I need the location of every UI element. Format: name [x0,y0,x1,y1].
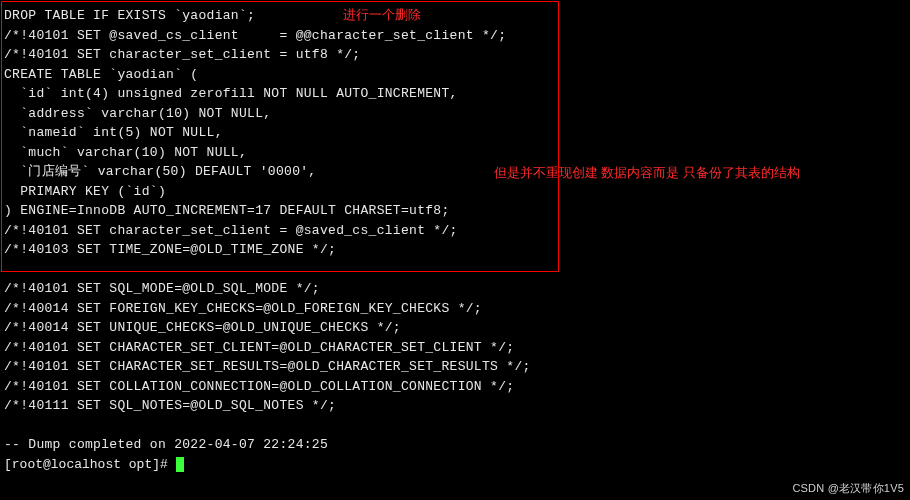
sql-line: /*!40101 SET CHARACTER_SET_CLIENT=@OLD_C… [4,338,910,358]
annotation-side: 但是并不重现创建 数据内容而是 只备份了其表的结构 [494,163,800,183]
shell-prompt[interactable]: [root@localhost opt]# [4,455,910,475]
sql-line: /*!40101 SET COLLATION_CONNECTION=@OLD_C… [4,377,910,397]
sql-line: -- Dump completed on 2022-04-07 22:24:25 [4,435,910,455]
annotation-top: 进行一个删除 [343,5,421,25]
sql-line: /*!40101 SET CHARACTER_SET_RESULTS=@OLD_… [4,357,910,377]
sql-line: `id` int(4) unsigned zerofill NOT NULL A… [4,84,910,104]
sql-line: `address` varchar(10) NOT NULL, [4,104,910,124]
sql-line: CREATE TABLE `yaodian` ( [4,65,910,85]
sql-line: /*!40101 SET character_set_client = @sav… [4,221,910,241]
sql-line: /*!40103 SET TIME_ZONE=@OLD_TIME_ZONE */… [4,240,910,260]
sql-line: /*!40101 SET @saved_cs_client = @@charac… [4,26,910,46]
sql-line: PRIMARY KEY (`id`) [4,182,910,202]
sql-line: /*!40101 SET character_set_client = utf8… [4,45,910,65]
sql-line: /*!40014 SET UNIQUE_CHECKS=@OLD_UNIQUE_C… [4,318,910,338]
cursor-icon [176,457,184,472]
sql-line: ) ENGINE=InnoDB AUTO_INCREMENT=17 DEFAUL… [4,201,910,221]
sql-line [4,416,910,436]
sql-line [4,260,910,280]
sql-line: /*!40014 SET FOREIGN_KEY_CHECKS=@OLD_FOR… [4,299,910,319]
sql-line: `nameid` int(5) NOT NULL, [4,123,910,143]
sql-line: DROP TABLE IF EXISTS `yaodian`; [4,6,910,26]
sql-line: /*!40111 SET SQL_NOTES=@OLD_SQL_NOTES */… [4,396,910,416]
sql-line: /*!40101 SET SQL_MODE=@OLD_SQL_MODE */; [4,279,910,299]
watermark: CSDN @老汉带你1V5 [792,480,904,497]
sql-line: `much` varchar(10) NOT NULL, [4,143,910,163]
terminal-output[interactable]: DROP TABLE IF EXISTS `yaodian`;/*!40101 … [4,6,910,474]
